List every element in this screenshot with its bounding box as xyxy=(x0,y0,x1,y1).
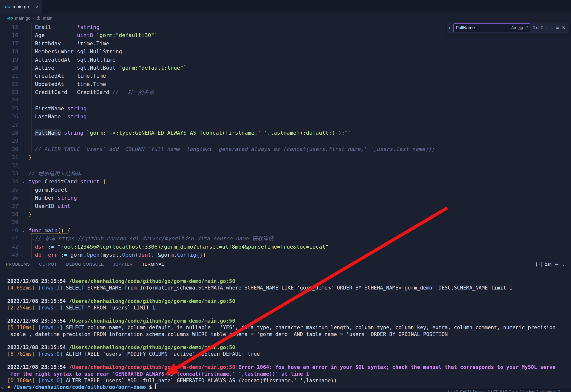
terminal-line: [2.254ms] [rows:-] SELECT * FROM `users`… xyxy=(7,305,571,311)
code-line: 28 FullName string `gorm:"->;type:GENERA… xyxy=(0,129,571,137)
fold-gutter xyxy=(18,121,29,129)
line-number: 43 xyxy=(0,251,18,259)
close-tab-icon[interactable]: × xyxy=(36,4,39,10)
fold-gutter xyxy=(18,243,29,251)
line-number: 22 xyxy=(0,80,18,88)
fold-gutter xyxy=(18,56,29,64)
code-line: 32 xyxy=(0,161,571,169)
terminal-output[interactable]: 2022/12/08 23:15:54 /Users/chenhailong/c… xyxy=(0,269,571,389)
bracket-guide-main-vertical xyxy=(31,233,31,259)
code-line: 27 xyxy=(0,121,571,129)
go-file-icon: GO xyxy=(3,5,10,9)
symbol-namespace-icon xyxy=(36,16,41,20)
line-number: 34 xyxy=(0,178,18,185)
fold-gutter xyxy=(18,104,29,112)
terminal-line: ♠ /Users/chenhailong/code/github/go/gorm… xyxy=(7,384,571,389)
terminal-line: 2022/12/08 23:15:54 /Users/chenhailong/c… xyxy=(7,278,571,285)
terminal-line: 2022/12/08 23:15:54 /Users/chenhailong/c… xyxy=(7,318,571,324)
close-find-icon[interactable]: ✕ xyxy=(562,25,566,31)
terminal-line xyxy=(7,291,571,298)
code-line: 33// 增加信用卡结构体 xyxy=(0,169,571,178)
go-file-icon: GO xyxy=(7,16,13,20)
code-line: 22 UpdatedAt time.Time xyxy=(0,80,571,88)
terminal-line: 2022/12/08 23:15:54 /Users/chenhailong/c… xyxy=(7,364,571,371)
code-line: 43 db, err := gorm.Open(mysql.Open(dsn),… xyxy=(0,251,571,259)
fold-gutter xyxy=(18,210,29,218)
find-expand-chevron-icon[interactable]: › xyxy=(449,25,450,31)
code-line: 24 xyxy=(0,97,571,104)
fold-gutter xyxy=(18,80,29,88)
fold-gutter xyxy=(18,251,29,259)
code-line: 21 CreatedAt time.Time xyxy=(0,72,571,80)
code-line: 39 xyxy=(0,218,571,226)
line-number: 31 xyxy=(0,153,18,161)
tab-title: main.go xyxy=(13,4,29,10)
code-line: 38} xyxy=(0,210,571,218)
line-number: 21 xyxy=(0,72,18,80)
tab-main-go[interactable]: GO main.go × xyxy=(0,0,42,14)
code-line: 20 Active sql.NullBool `gorm:"default:tr… xyxy=(0,64,571,72)
find-widget: › Aa ab .* 1 of 2 ↑ ↓ ≡ ✕ xyxy=(447,22,569,34)
shell-name[interactable]: zsh xyxy=(545,262,552,267)
line-number: 35 xyxy=(0,186,18,194)
terminal-dropdown-icon[interactable]: ⌄ xyxy=(562,262,565,266)
line-number: 28 xyxy=(0,129,18,137)
terminal-cursor xyxy=(155,384,156,389)
status-bar-items[interactable]: Ln 43, Col 34 Spaces: 2 UTF-8 LF Go ⚠ 2 … xyxy=(0,390,571,392)
tab-problems[interactable]: PROBLEMS xyxy=(6,259,30,269)
tab-terminal[interactable]: TERMINAL xyxy=(142,259,164,269)
terminal-line: 2022/12/08 23:15:54 /Users/chenhailong/c… xyxy=(7,344,571,351)
fold-gutter xyxy=(18,218,29,226)
code-line: 41 // 参考 https://github.com/go-sql-drive… xyxy=(0,235,571,242)
line-number: 19 xyxy=(0,56,18,64)
terminal-line xyxy=(7,338,571,344)
previous-match-icon[interactable]: ↑ xyxy=(546,25,548,30)
find-in-selection-icon[interactable]: ≡ xyxy=(556,25,559,30)
panel-tab-bar: PROBLEMS OUTPUT DEBUG CONSOLE JUPYTER TE… xyxy=(0,259,571,269)
status-bar: Ln 43, Col 34 Spaces: 2 UTF-8 LF Go ⚠ 2 … xyxy=(0,390,571,392)
line-number: 26 xyxy=(0,112,18,121)
match-case-icon[interactable]: Aa xyxy=(511,26,516,30)
fold-gutter xyxy=(18,235,29,242)
find-input-box: Aa ab .* xyxy=(453,23,530,32)
terminal-line: _scale , datetime_precision FROM informa… xyxy=(7,331,571,338)
line-number: 27 xyxy=(0,121,18,129)
fold-chevron-icon[interactable]: ⌄ xyxy=(18,226,29,235)
code-editor[interactable]: 15 Email *string16 Age uint8 `gorm:"defa… xyxy=(0,23,571,259)
code-lines: 15 Email *string16 Age uint8 `gorm:"defa… xyxy=(0,23,571,259)
indent-guide-struct xyxy=(31,23,31,153)
line-number: 40 xyxy=(0,226,18,235)
tab-debug-console[interactable]: DEBUG CONSOLE xyxy=(66,259,104,269)
line-number: 15 xyxy=(0,23,18,31)
new-terminal-icon[interactable]: + xyxy=(555,261,558,268)
breadcrumb-symbol[interactable]: main xyxy=(43,16,52,21)
regex-icon[interactable]: .* xyxy=(525,26,528,30)
code-line: 37 UserID uint xyxy=(0,202,571,210)
fold-gutter xyxy=(18,31,29,39)
line-number: 36 xyxy=(0,194,18,202)
fold-gutter xyxy=(18,202,29,210)
line-number: 18 xyxy=(0,47,18,56)
terminal-line: [5.110ms] [rows:-] SELECT column_name, c… xyxy=(7,324,571,331)
find-match-count: 1 of 2 xyxy=(533,26,543,30)
terminal-line: [8.762ms] [rows:0] ALTER TABLE `users` M… xyxy=(7,351,571,357)
breadcrumb-file[interactable]: main.go xyxy=(15,16,30,21)
next-match-icon[interactable]: ↓ xyxy=(551,25,553,30)
breadcrumb-separator: › xyxy=(33,16,34,21)
breadcrumb: GO main.go › main xyxy=(0,14,571,23)
fold-gutter xyxy=(18,64,29,72)
line-number: 25 xyxy=(0,104,18,112)
whole-word-icon[interactable]: ab xyxy=(518,26,523,30)
fold-gutter xyxy=(18,161,29,169)
code-line: 26 LastName string xyxy=(0,112,571,121)
find-input[interactable] xyxy=(456,25,509,31)
fold-gutter xyxy=(18,169,29,178)
tab-output[interactable]: OUTPUT xyxy=(39,259,57,269)
line-number: 42 xyxy=(0,243,18,251)
fold-gutter xyxy=(18,97,29,104)
line-number: 29 xyxy=(0,137,18,145)
fold-gutter xyxy=(18,47,29,56)
line-number: 24 xyxy=(0,97,18,104)
tab-jupyter[interactable]: JUPYTER xyxy=(113,259,133,269)
fold-chevron-icon[interactable]: ⌄ xyxy=(18,178,29,185)
